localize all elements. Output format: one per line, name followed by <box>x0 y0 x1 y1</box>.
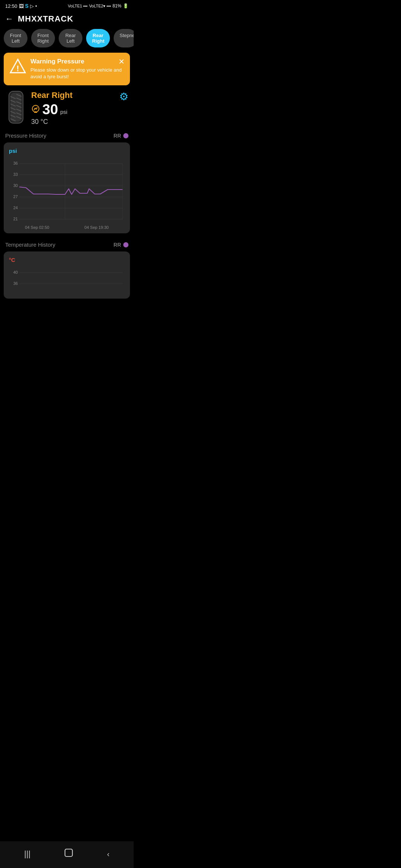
back-button[interactable]: ← <box>5 14 13 24</box>
warning-text: Warning Pressure Please slow down or sto… <box>30 58 124 80</box>
svg-text:40: 40 <box>13 270 18 274</box>
pressure-history-title: Pressure History <box>5 132 46 139</box>
rr-badge-dot <box>123 133 128 138</box>
app-title: MHXXTRACK <box>18 14 74 24</box>
pressure-value: 30 <box>42 102 58 116</box>
battery-icon: 🔋 <box>123 3 128 9</box>
warning-banner: ! Warning Pressure Please slow down or s… <box>4 53 130 85</box>
header: ← MHXXTRACK <box>0 10 134 29</box>
pressure-chart-unit: psi <box>7 148 126 154</box>
pressure-history-header: Pressure History RR <box>0 131 134 142</box>
chart-x-label-1: 04 Sep 02:50 <box>25 225 49 230</box>
battery: 81% <box>113 3 121 9</box>
warning-title: Warning Pressure <box>30 58 124 65</box>
temperature-chart: 40 36 <box>7 265 126 295</box>
status-right: VoLTE1 ▪▪▪ VoLTE2▾ ▪▪▪ 81% 🔋 <box>68 3 128 9</box>
tab-bar: FrontLeft FrontRight RearLeft RearRight … <box>0 29 134 53</box>
svg-text:!: ! <box>16 64 19 73</box>
pressure-chart-container: psi 36 33 30 27 24 21 04 Sep 02:50 04 Se… <box>4 142 130 233</box>
svg-text:33: 33 <box>13 172 18 177</box>
pressure-chart: 36 33 30 27 24 21 <box>7 156 126 223</box>
temp-rr-badge-label: RR <box>114 242 121 248</box>
temperature-history-badge: RR <box>114 242 128 248</box>
svg-text:36: 36 <box>13 161 18 165</box>
tab-front-left[interactable]: FrontLeft <box>4 29 27 47</box>
pressure-history-badge: RR <box>114 133 128 139</box>
tyre-temperature: 30 °C <box>31 118 128 126</box>
s-icon: S <box>25 3 29 9</box>
tyre-info-card: Rear Right 30 psi 30 °C ⚙ <box>0 91 134 131</box>
settings-gear-icon[interactable]: ⚙ <box>119 91 128 103</box>
time: 12:50 <box>5 3 17 9</box>
svg-text:30: 30 <box>13 183 18 188</box>
pressure-sensor-icon <box>31 104 40 115</box>
dot-icon: • <box>35 3 37 9</box>
tyre-image <box>5 91 27 124</box>
pressure-row: 30 psi <box>31 102 128 116</box>
photo-icon: 🖼 <box>19 3 24 9</box>
signal2: VoLTE2▾ ▪▪▪ <box>89 4 111 9</box>
warning-close-button[interactable]: ✕ <box>118 57 125 66</box>
svg-text:21: 21 <box>13 217 18 221</box>
svg-text:24: 24 <box>13 206 18 210</box>
tyre-name: Rear Right <box>31 91 128 100</box>
pressure-unit: psi <box>60 109 67 116</box>
temp-rr-badge-dot <box>123 242 128 247</box>
tab-front-right[interactable]: FrontRight <box>31 29 55 47</box>
tab-rear-right[interactable]: RearRight <box>86 29 110 47</box>
warning-triangle-icon: ! <box>10 58 26 76</box>
play-icon: ▷ <box>30 3 34 9</box>
svg-text:27: 27 <box>13 194 18 199</box>
temperature-chart-container: °C 40 36 <box>4 251 130 299</box>
temperature-history-header: Temperature History RR <box>0 240 134 251</box>
warning-body: Please slow down or stop your vehicle an… <box>30 67 124 80</box>
svg-text:36: 36 <box>13 281 18 286</box>
tab-rear-left[interactable]: RearLeft <box>59 29 82 47</box>
status-bar: 12:50 🖼 S ▷ • VoLTE1 ▪▪▪ VoLTE2▾ ▪▪▪ 81%… <box>0 0 134 10</box>
chart-x-labels: 04 Sep 02:50 04 Sep 19:30 <box>7 225 126 230</box>
tab-stepney[interactable]: Stepney <box>114 29 134 47</box>
chart-x-label-2: 04 Sep 19:30 <box>84 225 108 230</box>
status-left: 12:50 🖼 S ▷ • <box>5 3 37 9</box>
signal1: VoLTE1 ▪▪▪ <box>68 4 88 8</box>
temperature-history-title: Temperature History <box>5 241 55 248</box>
rr-badge-label: RR <box>114 133 121 139</box>
tyre-details: Rear Right 30 psi 30 °C <box>31 91 128 126</box>
temperature-chart-unit: °C <box>7 257 126 263</box>
